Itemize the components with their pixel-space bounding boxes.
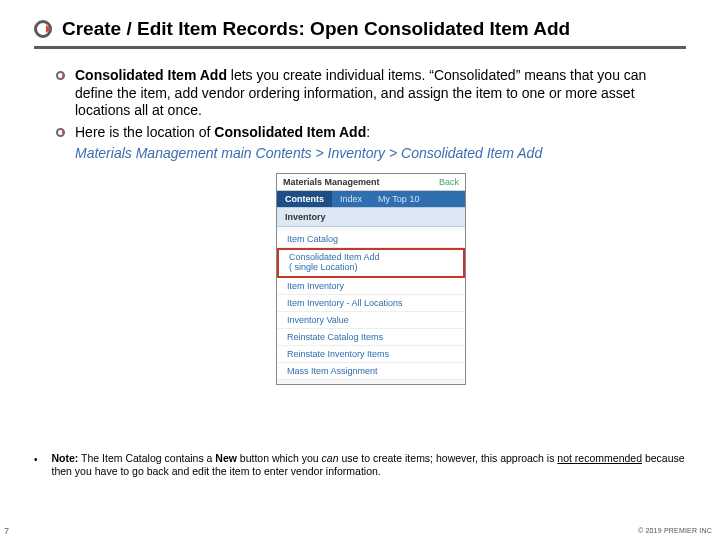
note-t2: button which you	[237, 452, 322, 464]
note-t1: The Item Catalog contains a	[78, 452, 215, 464]
note-t3: use to create items; however, this appro…	[339, 452, 558, 464]
bullet-1: Consolidated Item Add lets you create in…	[75, 67, 686, 120]
note-lead: Note:	[52, 452, 79, 464]
bullet-1-lead: Consolidated Item Add	[75, 67, 227, 83]
link-reinstate-inventory[interactable]: Reinstate Inventory Items	[277, 346, 465, 363]
tab-mytop10[interactable]: My Top 10	[370, 191, 427, 207]
copyright: © 2019 PREMIER INC	[638, 527, 712, 534]
link-item-catalog[interactable]: Item Catalog	[277, 231, 465, 248]
screenshot-title: Materials Management	[283, 177, 380, 187]
back-link[interactable]: Back	[439, 177, 459, 187]
link-consolidated-l2: ( single Location)	[289, 262, 358, 272]
bullet-2-lead: Here is the location of	[75, 124, 214, 140]
page-number: 7	[4, 526, 9, 536]
bullet-icon	[56, 71, 65, 80]
tab-index[interactable]: Index	[332, 191, 370, 207]
link-item-inventory[interactable]: Item Inventory	[277, 278, 465, 295]
link-item-inventory-all[interactable]: Item Inventory - All Locations	[277, 295, 465, 312]
title-underline	[34, 46, 686, 49]
link-consolidated-l1: Consolidated Item Add	[289, 252, 380, 262]
bullet-icon	[56, 128, 65, 137]
link-mass-item-assignment[interactable]: Mass Item Assignment	[277, 363, 465, 380]
link-inventory-value[interactable]: Inventory Value	[277, 312, 465, 329]
section-inventory[interactable]: Inventory	[277, 207, 465, 227]
link-reinstate-catalog[interactable]: Reinstate Catalog Items	[277, 329, 465, 346]
screenshot-panel: Materials Management Back Contents Index…	[276, 173, 466, 385]
note-bullet: •	[34, 452, 38, 478]
page-title: Create / Edit Item Records: Open Consoli…	[62, 18, 570, 40]
link-consolidated-item-add[interactable]: Consolidated Item Add ( single Location)	[277, 248, 465, 278]
bullet-2: Here is the location of Consolidated Ite…	[75, 124, 370, 142]
tab-contents[interactable]: Contents	[277, 191, 332, 207]
breadcrumb-path: Materials Management main Contents > Inv…	[75, 145, 686, 161]
logo-bullet-icon	[34, 20, 52, 38]
note-can: can	[322, 452, 339, 464]
note-text: Note: The Item Catalog contains a New bu…	[52, 452, 686, 478]
bullet-2-bold: Consolidated Item Add	[214, 124, 366, 140]
bullet-2-tail: :	[366, 124, 370, 140]
note-new: New	[215, 452, 237, 464]
note-notrec: not recommended	[557, 452, 642, 464]
